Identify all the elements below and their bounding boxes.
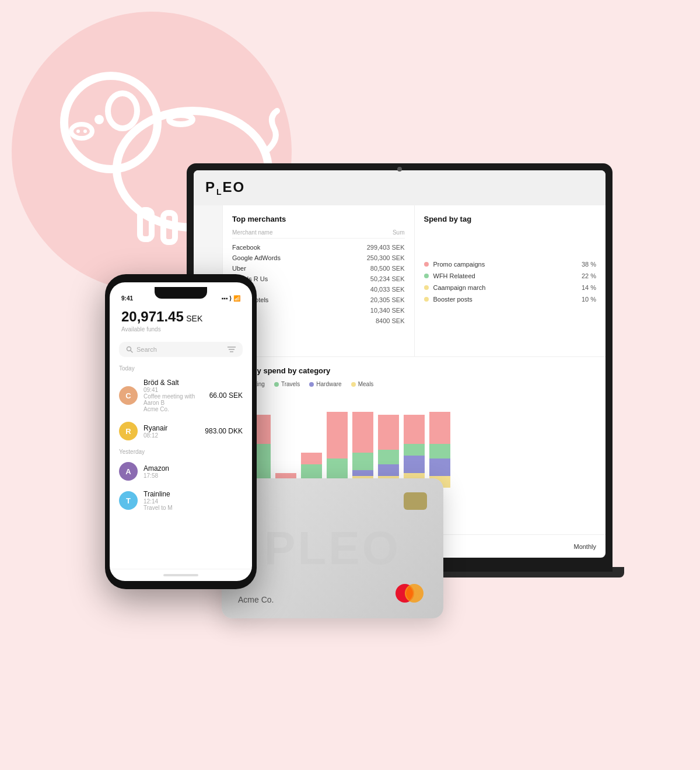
tag-percentage: 10 %: [582, 296, 596, 303]
tags-list: Promo campaigns 38 % WFH Relateed 22 % C…: [424, 258, 597, 305]
search-icon: [126, 346, 133, 353]
txn-name: Ryanair: [144, 424, 199, 432]
bar-segment: [378, 415, 399, 450]
merchant-row: Taboola8400 SEK: [232, 316, 405, 326]
txn-description: Travel to M: [144, 505, 243, 511]
legend-dot: [351, 382, 356, 387]
search-bar[interactable]: Search: [119, 342, 243, 357]
transaction-item[interactable]: R Ryanair 08:12 983.00 DKK: [110, 417, 252, 445]
phone-bottom: [110, 569, 252, 581]
merchant-row: Easyjet10,340 SEK: [232, 305, 405, 316]
txn-sub: Acme Co.: [144, 406, 204, 412]
home-indicator: [163, 574, 198, 576]
merchant-name: Facebook: [232, 244, 260, 251]
bar-segment: [327, 412, 348, 459]
txn-time: 12:14: [144, 498, 243, 505]
txn-description: Coffee meeting with Aaron B: [144, 393, 204, 406]
merchant-row: Facebook299,403 SEK: [232, 242, 405, 253]
legend-label: Travels: [281, 381, 300, 387]
dashboard-header: PLEO: [194, 170, 606, 205]
chart-area: [232, 394, 596, 488]
txn-time: 17:58: [144, 473, 243, 479]
pleo-logo: PLEO: [205, 179, 245, 197]
phone-screen: 9:41 ▪▪▪ ⟩ 📶 20,971.45 SEK Available fun…: [110, 282, 252, 581]
txn-avatar: A: [119, 462, 138, 481]
legend-item: Meals: [351, 381, 374, 387]
transaction-section-label: Today: [110, 362, 252, 374]
tag-percentage: 14 %: [582, 284, 596, 291]
bar-segment: [429, 444, 450, 459]
merchant-sum: 299,403 SEK: [367, 244, 405, 251]
tag-dot: [424, 262, 429, 267]
txn-amount: 66.00 SEK: [209, 391, 243, 400]
transaction-item[interactable]: A Amazon 17:58: [110, 457, 252, 485]
txn-info: Ryanair 08:12: [144, 424, 199, 439]
bar-group: [429, 412, 450, 488]
txn-name: Bröd & Salt: [144, 379, 204, 387]
col-merchant-name: Merchant name: [232, 229, 272, 236]
legend-label: Meals: [358, 381, 374, 387]
bar-group: [352, 412, 373, 488]
merchants-list: Facebook299,403 SEKGoogle AdWords250,300…: [232, 242, 405, 326]
transaction-section-label: Yesterday: [110, 445, 252, 457]
transactions-list: Today C Bröd & Salt 09:41 Coffee meeting…: [110, 362, 252, 569]
bar-group: [404, 415, 425, 488]
tag-dot: [424, 285, 429, 290]
legend-item: Travels: [274, 381, 300, 387]
txn-name: Amazon: [144, 464, 243, 473]
txn-avatar: T: [119, 491, 138, 510]
legend-item: Hardware: [309, 381, 341, 387]
mastercard-logo: [392, 582, 427, 604]
txn-time: 09:41: [144, 387, 204, 393]
merchant-row: Staples40,033 SEK: [232, 284, 405, 295]
txn-avatar: C: [119, 386, 138, 405]
phone-signal: ▪▪▪ ⟩ 📶: [222, 295, 240, 302]
svg-point-2: [108, 93, 137, 128]
tag-item: WFH Relateed 22 %: [424, 270, 597, 282]
merchant-row: Google AdWords250,300 SEK: [232, 253, 405, 263]
filter-icon[interactable]: [228, 346, 236, 352]
tag-percentage: 38 %: [582, 261, 596, 268]
tag-dot: [424, 297, 429, 302]
txn-name: Trainline: [144, 490, 243, 498]
txn-info: Amazon 17:58: [144, 464, 243, 479]
tag-percentage: 22 %: [582, 272, 596, 279]
bar-segment: [404, 456, 425, 473]
phone-balance: 20,971.45 SEK Available funds: [110, 302, 252, 337]
col-sum: Sum: [393, 229, 405, 236]
monthly-label: Monthly: [573, 543, 596, 550]
phone-time: 9:41: [121, 295, 133, 302]
tag-name: WFH Relateed: [433, 272, 577, 279]
card-logo-area: Acme Co.: [238, 582, 427, 604]
card-company-name: Acme Co.: [238, 595, 274, 604]
bar-segment: [352, 453, 373, 470]
bar-segment: [404, 415, 425, 444]
balance-display: 20,971.45 SEK: [121, 309, 240, 325]
merchant-sum: 250,300 SEK: [367, 254, 405, 261]
balance-currency: SEK: [186, 314, 202, 323]
merchant-row: Hilton Hotels20,305 SEK: [232, 295, 405, 305]
top-row: Top merchants Merchant name Sum Facebook…: [223, 205, 606, 357]
card-watermark: PLEO: [264, 522, 401, 575]
merchant-sum: 80,500 SEK: [370, 265, 405, 272]
transaction-item[interactable]: T Trainline 12:14 Travel to M: [110, 485, 252, 516]
search-left: Search: [126, 346, 157, 353]
transaction-item[interactable]: C Bröd & Salt 09:41 Coffee meeting with …: [110, 374, 252, 417]
svg-point-9: [71, 124, 92, 138]
chart-legend: MarketingTravelsHardwareMeals: [232, 381, 596, 387]
spend-by-tag-title: Spend by tag: [424, 215, 597, 223]
phone-device: 9:41 ▪▪▪ ⟩ 📶 20,971.45 SEK Available fun…: [105, 274, 257, 589]
merchant-row: Salads R Us50,234 SEK: [232, 274, 405, 284]
legend-label: Hardware: [316, 381, 341, 387]
tag-item: Booster posts 10 %: [424, 293, 597, 305]
merchant-name: Google AdWords: [232, 254, 281, 261]
merchant-row: Uber80,500 SEK: [232, 263, 405, 274]
legend-dot: [309, 382, 314, 387]
tag-item: Promo campaigns 38 %: [424, 258, 597, 270]
spend-by-tag-panel: Spend by tag Promo campaigns 38 % WFH Re…: [415, 205, 606, 356]
tag-dot: [424, 274, 429, 278]
txn-info: Bröd & Salt 09:41 Coffee meeting with Aa…: [144, 379, 204, 412]
bar-segment: [378, 450, 399, 464]
laptop-camera: [397, 167, 402, 172]
bar-segment: [429, 459, 450, 476]
